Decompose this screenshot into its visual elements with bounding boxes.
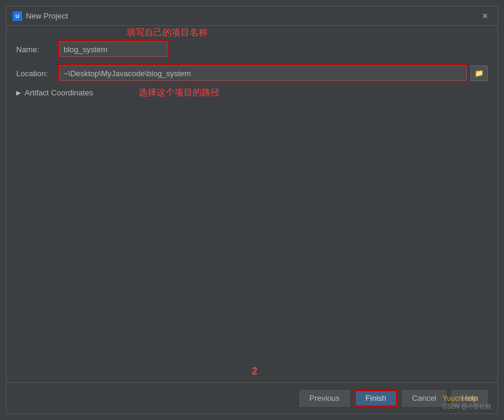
new-project-dialog: U New Project × 填写自己的项目名称 Name: Location… bbox=[6, 6, 498, 414]
annotation-fill-name: 填写自己的项目名称 bbox=[127, 27, 208, 38]
intellij-icon: U bbox=[13, 11, 22, 21]
footer: 2 Previous Finish Cancel Help Yuucn.com … bbox=[7, 382, 497, 413]
close-button[interactable]: × bbox=[479, 10, 491, 22]
dialog-title: New Project bbox=[26, 11, 68, 20]
cancel-button[interactable]: Cancel bbox=[402, 390, 446, 407]
folder-icon: 📁 bbox=[475, 69, 484, 77]
title-bar: U New Project × bbox=[7, 7, 497, 26]
name-label: Name: bbox=[16, 45, 58, 54]
location-row: Location: 📁 bbox=[16, 64, 488, 82]
watermark-author: CSDN @小型社联 bbox=[443, 403, 491, 411]
watermark: Yuucn.com CSDN @小型社联 bbox=[443, 394, 491, 411]
browse-folder-button[interactable]: 📁 bbox=[470, 65, 488, 81]
location-input[interactable] bbox=[59, 65, 467, 81]
annotation-select-path: 选择这个项目的路径 bbox=[139, 87, 220, 98]
location-label: Location: bbox=[16, 69, 58, 78]
expand-arrow-icon: ▶ bbox=[16, 89, 21, 96]
location-input-wrapper bbox=[58, 64, 468, 82]
location-row-full: 📁 bbox=[58, 64, 488, 82]
previous-button[interactable]: Previous bbox=[299, 390, 350, 407]
finish-button[interactable]: Finish bbox=[355, 390, 397, 407]
name-input[interactable] bbox=[59, 41, 167, 57]
watermark-site: Yuucn.com bbox=[443, 394, 491, 403]
title-bar-left: U New Project bbox=[13, 11, 68, 21]
content-area: 填写自己的项目名称 Name: Location: 📁 选择这个项目的路径 bbox=[7, 26, 497, 382]
name-row: Name: bbox=[16, 40, 488, 58]
artifact-coordinates-label: Artifact Coordinates bbox=[25, 88, 93, 97]
annotation-2: 2 bbox=[252, 366, 257, 377]
artifact-row[interactable]: ▶ Artifact Coordinates bbox=[16, 88, 488, 97]
name-input-wrapper bbox=[58, 40, 169, 58]
